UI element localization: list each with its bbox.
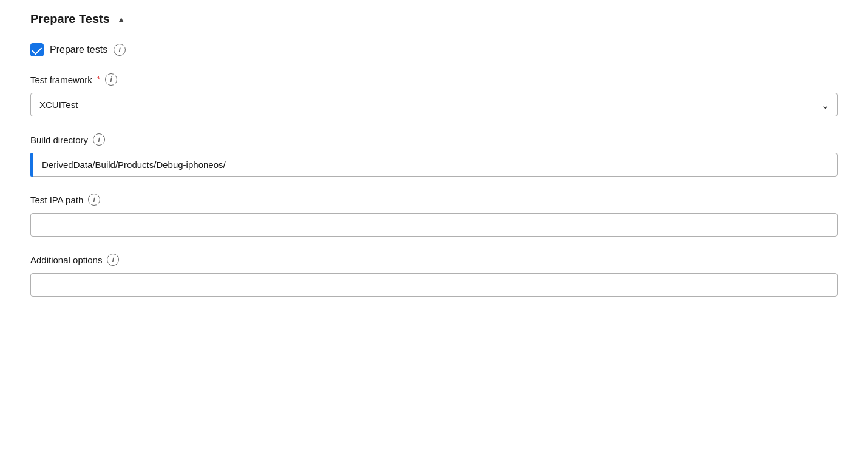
section-collapse-chevron[interactable]: ▲ bbox=[117, 15, 126, 24]
test-ipa-path-label-row: Test IPA path i bbox=[30, 194, 838, 206]
build-directory-accent bbox=[30, 153, 33, 177]
test-framework-required: * bbox=[97, 75, 100, 84]
build-directory-label: Build directory bbox=[30, 135, 88, 145]
additional-options-input[interactable] bbox=[30, 273, 838, 297]
section-title: Prepare Tests bbox=[30, 12, 110, 26]
additional-options-info-icon[interactable]: i bbox=[107, 254, 119, 266]
additional-options-label: Additional options bbox=[30, 255, 102, 265]
build-directory-info-icon[interactable]: i bbox=[93, 133, 105, 146]
test-ipa-path-group: Test IPA path i bbox=[30, 194, 838, 237]
test-ipa-path-label: Test IPA path bbox=[30, 195, 83, 205]
build-directory-input[interactable] bbox=[30, 153, 838, 177]
test-framework-label: Test framework bbox=[30, 75, 92, 85]
additional-options-group: Additional options i bbox=[30, 254, 838, 297]
test-framework-group: Test framework * i XCUITest XCTest EarlG… bbox=[30, 73, 838, 116]
prepare-tests-info-icon[interactable]: i bbox=[114, 44, 126, 56]
prepare-tests-row: Prepare tests i bbox=[30, 43, 838, 56]
test-framework-info-icon[interactable]: i bbox=[105, 73, 117, 86]
additional-options-label-row: Additional options i bbox=[30, 254, 838, 266]
section-header: Prepare Tests ▲ bbox=[30, 12, 838, 26]
build-directory-input-wrapper bbox=[30, 153, 838, 177]
test-framework-select-wrapper: XCUITest XCTest EarlGrey ⌄ bbox=[30, 93, 838, 116]
prepare-tests-checkbox[interactable] bbox=[30, 43, 44, 56]
prepare-tests-label: Prepare tests bbox=[50, 44, 107, 55]
test-framework-select[interactable]: XCUITest XCTest EarlGrey bbox=[30, 93, 838, 116]
section-divider bbox=[138, 19, 838, 19]
page-container: Prepare Tests ▲ Prepare tests i Test fra… bbox=[0, 0, 868, 332]
test-framework-label-row: Test framework * i bbox=[30, 73, 838, 86]
build-directory-group: Build directory i bbox=[30, 133, 838, 177]
test-ipa-path-info-icon[interactable]: i bbox=[88, 194, 100, 206]
build-directory-label-row: Build directory i bbox=[30, 133, 838, 146]
test-ipa-path-input[interactable] bbox=[30, 213, 838, 237]
